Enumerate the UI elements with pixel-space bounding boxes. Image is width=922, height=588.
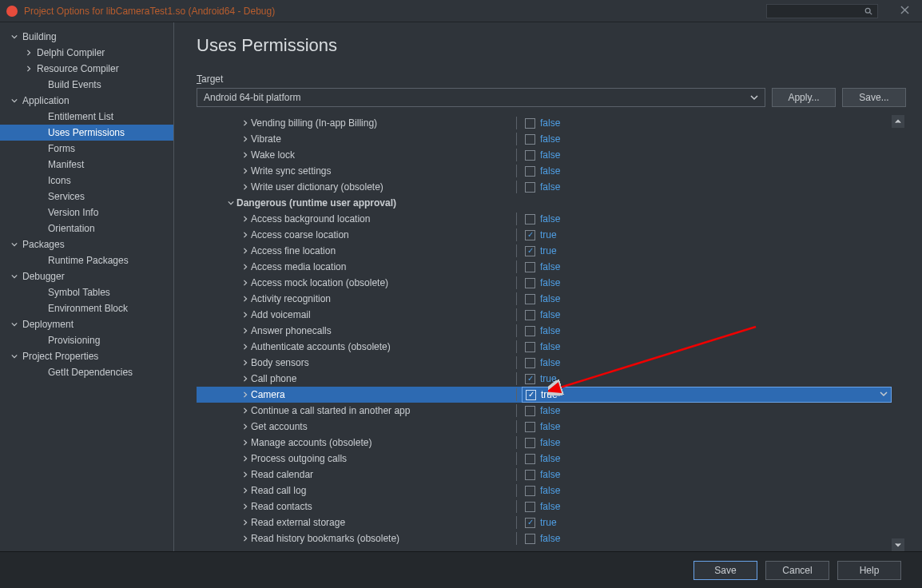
permission-row[interactable]: Continue a call started in another appfa… — [197, 403, 892, 419]
checkbox[interactable] — [525, 134, 535, 145]
sidebar-item-manifest[interactable]: Manifest — [0, 157, 173, 173]
checkbox[interactable] — [525, 406, 535, 416]
help-button[interactable]: Help — [837, 561, 901, 580]
sidebar-item-build-events[interactable]: Build Events — [0, 77, 173, 93]
permission-row[interactable]: Process outgoing callsfalse — [197, 451, 892, 467]
permission-row[interactable]: Write user dictionary (obsolete)false — [197, 179, 892, 195]
permission-value-cell[interactable]: true — [522, 387, 892, 403]
checkbox[interactable] — [525, 294, 535, 304]
permission-row[interactable]: Get accountsfalse — [197, 419, 892, 435]
permission-value-cell[interactable]: false — [522, 163, 892, 179]
sidebar-item-delphi-compiler[interactable]: Delphi Compiler — [0, 45, 173, 61]
permission-value-cell[interactable]: false — [522, 211, 892, 227]
sidebar-item-orientation[interactable]: Orientation — [0, 220, 173, 236]
permission-value-cell[interactable]: false — [522, 307, 892, 323]
permission-value-cell[interactable]: false — [522, 467, 892, 483]
permission-value-cell[interactable]: true — [522, 243, 892, 259]
checkbox[interactable] — [525, 518, 535, 528]
permission-row[interactable]: Access background locationfalse — [197, 211, 892, 227]
permission-row[interactable]: Vibratefalse — [197, 131, 892, 147]
sidebar-item-version-info[interactable]: Version Info — [0, 205, 173, 220]
checkbox[interactable] — [526, 390, 536, 400]
permission-value-cell[interactable]: true — [522, 227, 892, 243]
cancel-button[interactable]: Cancel — [765, 561, 829, 580]
permission-row[interactable]: Access fine locationtrue — [197, 243, 892, 259]
sidebar-item-provisioning[interactable]: Provisioning — [0, 332, 173, 348]
sidebar-item-resource-compiler[interactable]: Resource Compiler — [0, 61, 173, 77]
permission-row[interactable]: Read calendarfalse — [197, 467, 892, 483]
target-combo[interactable]: Android 64-bit platform — [197, 88, 765, 107]
permission-value-cell[interactable]: false — [522, 259, 892, 275]
checkbox[interactable] — [525, 534, 535, 544]
scroll-down-button[interactable] — [892, 538, 904, 551]
permission-value-cell[interactable]: false — [522, 435, 892, 451]
checkbox[interactable] — [525, 358, 535, 368]
permission-value-cell[interactable]: false — [522, 131, 892, 147]
checkbox[interactable] — [525, 422, 535, 432]
permission-row[interactable]: Access coarse locationtrue — [197, 227, 892, 243]
permission-value-cell[interactable]: false — [522, 147, 892, 163]
chevron-down-icon[interactable] — [880, 389, 888, 400]
checkbox[interactable] — [525, 278, 535, 288]
permission-row[interactable]: Call phonetrue — [197, 371, 892, 387]
permission-row[interactable]: Access media locationfalse — [197, 259, 892, 275]
permission-row[interactable]: Authenticate accounts (obsolete)false — [197, 339, 892, 355]
checkbox[interactable] — [525, 262, 535, 272]
search-input[interactable] — [766, 4, 878, 18]
permission-row[interactable]: Manage accounts (obsolete)false — [197, 435, 892, 451]
checkbox[interactable] — [525, 214, 535, 224]
permission-value-cell[interactable]: false — [522, 530, 892, 546]
permission-row[interactable]: Dangerous (runtime user approval) — [197, 195, 892, 211]
sidebar-item-icons[interactable]: Icons — [0, 173, 173, 189]
permission-row[interactable]: Wake lockfalse — [197, 147, 892, 163]
checkbox[interactable] — [525, 438, 535, 448]
permission-row[interactable]: Read call logfalse — [197, 483, 892, 499]
permission-value-cell[interactable]: false — [522, 403, 892, 419]
sidebar-item-debugger[interactable]: Debugger — [0, 268, 173, 284]
sidebar-item-forms[interactable]: Forms — [0, 141, 173, 157]
permission-row[interactable]: Body sensorsfalse — [197, 355, 892, 371]
checkbox[interactable] — [525, 326, 535, 336]
permission-value-cell[interactable]: false — [522, 451, 892, 467]
permission-row[interactable]: Cameratrue — [197, 387, 892, 403]
permission-value-cell[interactable]: false — [522, 275, 892, 291]
checkbox[interactable] — [525, 166, 535, 177]
permission-row[interactable]: Read external storagetrue — [197, 514, 892, 530]
permission-row[interactable]: Add voicemailfalse — [197, 307, 892, 323]
permission-value-cell[interactable]: false — [522, 115, 892, 131]
permission-value-cell[interactable]: true — [522, 371, 892, 387]
permission-row[interactable]: Answer phonecallsfalse — [197, 323, 892, 339]
sidebar-item-deployment[interactable]: Deployment — [0, 316, 173, 332]
permission-row[interactable]: Write sync settingsfalse — [197, 163, 892, 179]
permission-value-cell[interactable]: false — [522, 355, 892, 371]
checkbox[interactable] — [525, 310, 535, 320]
permission-value-cell[interactable]: false — [522, 179, 892, 195]
save-button[interactable]: Save — [693, 561, 757, 580]
permission-row[interactable]: Read history bookmarks (obsolete)false — [197, 530, 892, 546]
permission-value-cell[interactable]: false — [522, 323, 892, 339]
permission-value-cell[interactable]: true — [522, 514, 892, 530]
scroll-up-button[interactable] — [892, 115, 904, 128]
checkbox[interactable] — [525, 150, 535, 161]
sidebar-item-getit-dependencies[interactable]: GetIt Dependencies — [0, 364, 173, 380]
checkbox[interactable] — [525, 486, 535, 496]
sidebar-item-building[interactable]: Building — [0, 29, 173, 45]
checkbox[interactable] — [525, 246, 535, 256]
sidebar-item-runtime-packages[interactable]: Runtime Packages — [0, 252, 173, 268]
checkbox[interactable] — [525, 118, 535, 129]
checkbox[interactable] — [525, 230, 535, 240]
checkbox[interactable] — [525, 342, 535, 352]
checkbox[interactable] — [525, 374, 535, 384]
close-icon[interactable] — [894, 2, 916, 20]
permission-value-cell[interactable]: false — [522, 339, 892, 355]
checkbox[interactable] — [525, 470, 535, 480]
sidebar-item-project-properties[interactable]: Project Properties — [0, 348, 173, 364]
permission-value-cell[interactable]: false — [522, 419, 892, 435]
permission-row[interactable]: Access mock location (obsolete)false — [197, 275, 892, 291]
sidebar-item-uses-permissions[interactable]: Uses Permissions — [0, 125, 173, 141]
checkbox[interactable] — [525, 502, 535, 512]
sidebar-item-entitlement-list[interactable]: Entitlement List — [0, 109, 173, 125]
permission-row[interactable]: Activity recognitionfalse — [197, 291, 892, 307]
permission-value-cell[interactable]: false — [522, 483, 892, 499]
permission-value-cell[interactable]: false — [522, 499, 892, 514]
